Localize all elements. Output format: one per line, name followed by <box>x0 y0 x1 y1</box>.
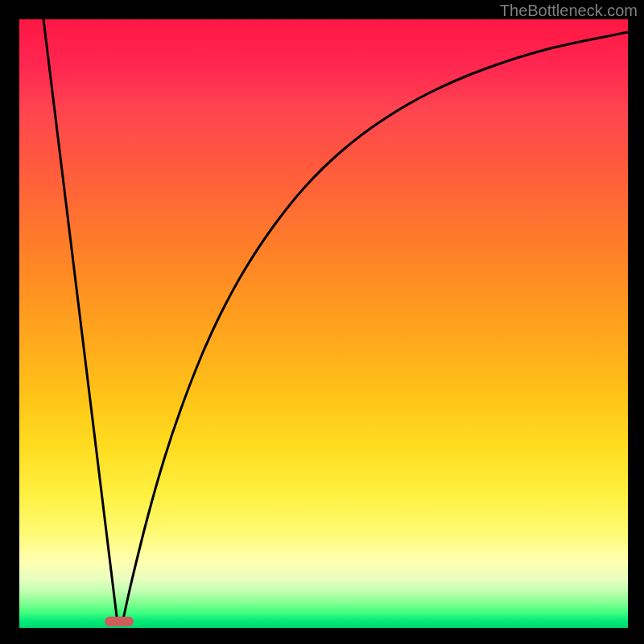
chart-curves <box>19 19 628 628</box>
optimal-marker <box>105 617 134 626</box>
bottleneck-curve <box>43 19 628 623</box>
watermark-text: TheBottleneck.com <box>500 2 638 20</box>
chart-container <box>19 19 628 628</box>
